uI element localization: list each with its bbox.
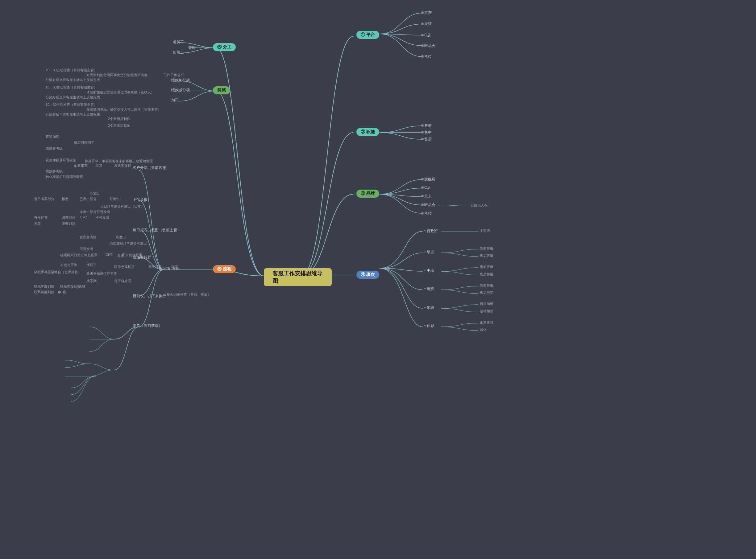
zhaobudo: 找不到 xyxy=(86,279,96,283)
tiaocengfenbu: 调整部分 xyxy=(62,215,75,220)
wuhuo: 无货 xyxy=(34,221,41,226)
platform-item-kaola: 考拉 xyxy=(424,54,432,59)
lici-tongguo: 历次逾期订单是否可发出 xyxy=(110,241,147,246)
fahuo-jieri: 可发出 xyxy=(89,191,100,196)
brand-note: 目前为入仓 xyxy=(471,203,488,208)
meicha-fenbu: 没调到货 xyxy=(62,221,75,226)
brand-badge: ③ 品牌 xyxy=(357,189,379,198)
fajia1: 获奖加额 xyxy=(46,134,59,139)
tianmao-label: 天猫 xyxy=(79,284,85,289)
platform-dot-vipshop xyxy=(421,44,424,47)
queding-time: 确定时间间半 xyxy=(74,140,94,145)
dangri-dingdan: 当日订单是否有发出（日常） xyxy=(100,204,145,209)
skill-item-shouqian: 售前 xyxy=(424,123,432,128)
xitong-you: 系统有货 xyxy=(148,265,162,269)
skill-dot-shouhou xyxy=(421,138,424,140)
shift-label: ④ 班次 xyxy=(361,272,375,277)
zhaodao: 找到了 xyxy=(86,263,96,267)
shift-jiaban: • 加班 xyxy=(424,305,434,311)
check1030-3: 10：30主动检查（售前客服主管） xyxy=(46,103,97,107)
shift-zhongban-sub2: 售后客服 xyxy=(480,272,493,276)
brand-label: ③ 品牌 xyxy=(361,191,375,196)
fahuo: 发货（售前前端） xyxy=(133,323,162,328)
check1030-sub1b: 工作日休息日 xyxy=(164,73,184,77)
brand-dot-jd xyxy=(421,195,424,197)
meiribiaobiao: 每日报表、截图（售前主管） xyxy=(133,227,181,233)
guanli: 管理 xyxy=(188,45,196,50)
platform-item-tmall: 天猫 xyxy=(424,21,432,26)
check1030-sub1: 对应班别的分流同事负责分流组当班有复 xyxy=(86,73,148,77)
check1030-sub2: 请假前先确定交接给哪位同事来做（选联人） xyxy=(86,90,154,95)
platform-label: ① 平台 xyxy=(361,32,375,38)
platform-item-jd: 京东 xyxy=(424,10,432,16)
shuju-kaiduan: 数据开单、单项排名靠末的客服主动通知管理 xyxy=(85,159,153,163)
jiangli-item3: 扣罚 xyxy=(171,97,179,103)
shift-jiaban-sub2: 活动加班 xyxy=(480,309,493,314)
laoyuangong: 老员工 xyxy=(173,40,184,45)
shift-zhongban: • 中班 xyxy=(424,268,434,273)
liucheng-badge: ⑥ 流程 xyxy=(213,265,236,273)
zhudong-cangku: 联系仓库找货 xyxy=(114,265,134,269)
shangwuchenbao: 上午晨报 xyxy=(133,197,148,203)
check1030-1: 10：30主动检查（售前客服主管） xyxy=(46,68,97,72)
skill-item-shouzhong: 售中 xyxy=(424,130,432,135)
fahuo-yifachufenbu: 已发出部分 xyxy=(80,197,96,201)
fasonggouqun: 发送客服群 xyxy=(114,163,131,168)
dangri-chafenbu: 当日省零部分 xyxy=(34,197,54,201)
lici-dingdan: 可发出 xyxy=(116,235,126,240)
shift-xiuxi: • 休息 xyxy=(424,323,434,328)
cshop-label: C店 xyxy=(60,290,66,294)
kehufenliu: 客户分流（售前客服） xyxy=(133,165,170,171)
shift-wanban-sub1: 售前客服 xyxy=(480,283,493,288)
brand-item-flagship: 旗舰店 xyxy=(424,177,435,182)
xinyuangong: 新员工 xyxy=(173,50,184,55)
fajia2: 获奖加额升可晋级别 xyxy=(46,158,76,162)
skill-dot-shouzhong xyxy=(421,131,424,134)
zhuanhua: 转化率调后后续调整调查 xyxy=(46,175,83,179)
keyi-chufenbu: 框发 xyxy=(62,197,68,201)
platform-badge: ① 平台 xyxy=(357,31,379,39)
shift-xingzhengban: • 行政班 xyxy=(424,228,438,234)
skill-badge: ② 职能 xyxy=(357,128,379,136)
shift-badge: ④ 班次 xyxy=(357,271,379,279)
yaoqiu-cangwei: 要求仓储储位存至终 xyxy=(86,271,117,276)
jiangli-item2: 绩效减分项 xyxy=(171,88,190,93)
platform-item-vipshop: 唯品会 xyxy=(424,43,435,48)
fahuo-fachu-kaiqi: 发出并询情 xyxy=(80,235,96,240)
youhuo: 有库存货 xyxy=(34,215,47,220)
center-node: 客服工作安排思维导图 xyxy=(264,268,332,286)
buke2: 不可发出 xyxy=(80,247,93,251)
cshop-dot xyxy=(58,291,61,293)
shift-jiaban-sub1: 日常加班 xyxy=(480,301,493,306)
check1030-2: 10：30主动检查（售前客服主管） xyxy=(46,85,97,90)
brand-dot-cshop xyxy=(421,186,424,189)
platform-dot-tmall xyxy=(421,23,424,25)
fengong-badge: ⑤ 分工 xyxy=(213,43,236,51)
liucheng-label: ⑥ 流程 xyxy=(217,266,232,272)
mubiaojinjinyixia: 目前仅、以下来执行 xyxy=(133,293,166,299)
jiangli-label: 奖惩 xyxy=(217,88,226,93)
keyi-fachu: 可发出 xyxy=(110,197,120,201)
platform-item-cshop: C店 xyxy=(424,33,431,38)
shift-xiuxi-sub1: 正常休息 xyxy=(480,320,493,325)
shift-zaoban-sub2: 售后客服 xyxy=(480,253,493,258)
jiangli-item1: 绩效加分项 xyxy=(171,78,190,83)
brand-item-cshop: C店 xyxy=(424,185,431,190)
platform-dot-kaola xyxy=(421,55,424,58)
brand-item-vipshop: 唯品会 xyxy=(424,202,435,207)
check1030-sub3: 服候请假单品、确定交接人可以操作（售前主管） xyxy=(86,107,161,112)
jiangli-badge: 奖惩 xyxy=(213,86,230,94)
chuwei-cun: 储积库存至至终合（仓库操作） xyxy=(34,270,82,274)
fenliu-notice3: 分流好后当班客服主动向上反馈完成 xyxy=(46,112,100,117)
fasong: 发送 xyxy=(96,163,103,168)
tiancao-detail: 2个天猫店制作 xyxy=(108,116,130,121)
skill-dot-shouqian xyxy=(421,124,424,127)
weifachufenbu: 未发出部分可否发出 xyxy=(80,210,110,214)
platform-dot-jd xyxy=(421,12,424,14)
mubiao-sub: 每天记录检查（售前、售后） xyxy=(167,292,211,297)
shift-zhongban-sub1: 售前客服 xyxy=(480,265,493,269)
brand-dot-vipshop xyxy=(421,203,424,206)
jixiao-kaohe2: 绩效参考级 xyxy=(46,169,63,174)
shift-zaoban: • 早班 xyxy=(424,250,434,255)
brand-dot-flagship xyxy=(421,178,424,180)
